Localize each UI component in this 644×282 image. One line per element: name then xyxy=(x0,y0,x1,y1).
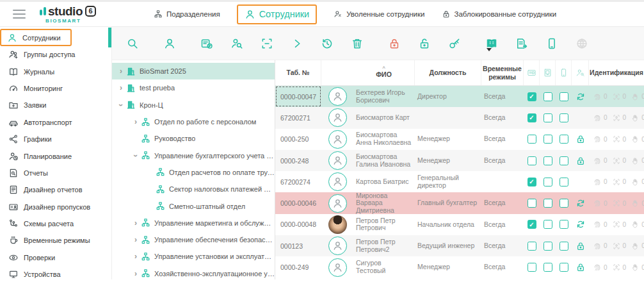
row-checkbox-1[interactable] xyxy=(527,263,536,272)
table-row[interactable]: 0000-249 Сигуров Тестовый Менеджер Всегд… xyxy=(275,256,644,278)
cell-fio[interactable]: Биосмартова Галина Ивановна xyxy=(353,153,415,169)
row-checkbox-2[interactable] xyxy=(543,199,552,208)
cell-time-mode[interactable]: Всегда xyxy=(481,114,524,122)
cell-fio[interactable]: Картова Биатрис xyxy=(353,178,415,186)
sidebar-item-devices[interactable]: Устройства xyxy=(0,266,111,282)
sidebar-item-schedules[interactable]: Графики xyxy=(0,131,111,147)
locked-icon[interactable] xyxy=(572,156,589,166)
row-checkbox-2[interactable] xyxy=(543,263,552,272)
row-checkbox-1[interactable]: ✓ xyxy=(527,178,536,187)
move-next-button[interactable] xyxy=(291,37,303,50)
cell-fio[interactable]: Сигуров Тестовый xyxy=(353,260,415,275)
row-checkbox-3[interactable] xyxy=(559,135,568,144)
row-checkbox-3[interactable] xyxy=(559,92,568,101)
tree-node[interactable]: › Управление бухгалтерского учета и отче… xyxy=(112,147,275,163)
cell-fio[interactable]: Петров Петр Петрович xyxy=(353,217,415,233)
sidebar-item-pass-designer[interactable]: Дизайнер пропусков xyxy=(0,199,111,215)
sidebar-item-report-designer[interactable]: Дизайнер отчетов xyxy=(0,181,111,198)
sync-icon[interactable] xyxy=(572,92,589,102)
cell-tab-number[interactable]: 67200274 xyxy=(275,171,321,192)
assign-card-button[interactable] xyxy=(200,37,213,50)
tab-dismissed-employees[interactable]: Уволенные сотрудники xyxy=(334,10,424,19)
cell-position[interactable]: Менеджер xyxy=(415,135,481,143)
cell-fio[interactable]: Миронова Варвара Дмитриевна xyxy=(353,192,415,215)
locked-icon[interactable] xyxy=(572,134,589,144)
table-row[interactable]: 0000-250 Биосмартова Анна Николаевна Мен… xyxy=(275,129,644,150)
block-button[interactable] xyxy=(388,37,401,50)
add-employee-button[interactable] xyxy=(163,37,176,50)
sidebar-item-vehicles[interactable]: Автотранспорт xyxy=(0,114,111,131)
table-row[interactable]: 67200274 Картова Биатрис Генеральный дир… xyxy=(275,171,644,192)
cell-tab-number[interactable]: 0000-248 xyxy=(275,150,321,171)
tree-node[interactable]: Руководство xyxy=(112,130,275,147)
cell-fio[interactable]: Петров Петр Петрович2 xyxy=(353,238,415,254)
cell-tab-number[interactable]: 0000-249 xyxy=(275,256,321,278)
table-row[interactable]: 0000-00046 Миронова Варвара Дмитриевна Г… xyxy=(275,192,644,213)
sync-icon[interactable] xyxy=(572,198,589,208)
chevron-right-icon[interactable]: › xyxy=(132,252,140,261)
tree-node[interactable]: › Управление установки и эксплуатации об… xyxy=(112,248,275,265)
search-button[interactable] xyxy=(126,37,139,50)
cell-tab-number[interactable]: 000123 xyxy=(275,235,321,256)
cell-position[interactable]: Начальник отдела xyxy=(415,221,481,229)
mobile-app-button[interactable] xyxy=(545,37,558,50)
avatar[interactable] xyxy=(328,258,347,277)
sidebar-item-planning[interactable]: Планирование xyxy=(0,147,111,164)
cell-time-mode[interactable]: Всегда xyxy=(481,135,524,143)
cell-position[interactable]: Менеджер xyxy=(415,157,481,165)
access-rights-button[interactable] xyxy=(448,37,461,50)
table-row[interactable]: 67200271 Биосмартов Карт Всегда ✓ 0 0 0/… xyxy=(275,107,644,128)
export-document-button[interactable] xyxy=(515,37,528,50)
chevron-right-icon[interactable]: › xyxy=(132,235,140,244)
tree-node[interactable]: › test prueba xyxy=(112,79,275,96)
avatar[interactable] xyxy=(328,236,347,255)
sidebar-item-requests[interactable]: Заявки xyxy=(0,97,111,113)
cell-position[interactable]: Директор xyxy=(415,93,481,101)
avatar[interactable] xyxy=(328,130,347,149)
sidebar-item-monitoring[interactable]: Мониторинг xyxy=(0,80,111,97)
cell-tab-number[interactable]: 0000-250 xyxy=(275,129,321,150)
avatar[interactable] xyxy=(328,87,347,106)
row-checkbox-2[interactable] xyxy=(543,242,552,251)
sidebar-item-journals[interactable]: Журналы xyxy=(0,63,111,79)
row-checkbox-2[interactable] xyxy=(543,220,552,229)
row-checkbox-1[interactable]: ✓ xyxy=(527,92,536,101)
tree-node[interactable]: › Управление маркетинга и обслуживания .… xyxy=(112,215,275,231)
column-header-fio[interactable]: ^ФИО xyxy=(353,60,415,85)
locked-icon[interactable] xyxy=(572,241,589,251)
sidebar-item-calc-schemes[interactable]: Схемы расчета xyxy=(0,215,111,232)
cell-tab-number[interactable]: 0000-00046 xyxy=(275,192,321,213)
delete-button[interactable] xyxy=(351,37,364,50)
column-header-id-card-col[interactable] xyxy=(524,60,540,85)
avatar-photo[interactable] xyxy=(328,215,347,234)
row-checkbox-3[interactable] xyxy=(559,156,568,165)
table-row[interactable]: 000123 Петров Петр Петрович2 Ведущий инж… xyxy=(275,235,644,256)
employee-transfer-button[interactable] xyxy=(230,37,243,50)
tree-node[interactable]: Сектор налоговых платежей и расчето... xyxy=(112,181,275,197)
sidebar-item-access-groups[interactable]: Группы доступа xyxy=(0,46,111,63)
table-row[interactable]: 0000-00048 Петров Петр Петрович Начальни… xyxy=(275,214,644,235)
tree-node[interactable]: › Крон-Ц xyxy=(112,97,275,113)
column-header-person-key-col[interactable] xyxy=(572,60,589,85)
row-checkbox-1[interactable] xyxy=(527,199,536,208)
avatar[interactable] xyxy=(328,151,347,170)
locked-icon[interactable] xyxy=(572,262,589,272)
avatar[interactable] xyxy=(328,194,347,213)
history-button[interactable] xyxy=(321,37,334,50)
chevron-right-icon[interactable]: › xyxy=(132,219,140,228)
column-header-time-modes[interactable]: Временные режимы xyxy=(481,60,524,85)
row-checkbox-2[interactable] xyxy=(543,156,552,165)
cell-fio[interactable]: Бехтерев Игорь Борисович xyxy=(353,89,415,104)
sidebar-item-employees[interactable]: Сотрудники xyxy=(0,29,72,46)
tree-node[interactable]: › Отдел по работе с персоналом xyxy=(112,113,275,130)
cell-position[interactable]: Менеджер xyxy=(415,263,481,271)
row-checkbox-3[interactable] xyxy=(559,113,568,122)
chevron-right-icon[interactable]: › xyxy=(132,269,140,278)
column-header-identification[interactable]: Идентификация xyxy=(589,60,644,85)
row-checkbox-3[interactable] xyxy=(559,263,568,272)
row-checkbox-3[interactable] xyxy=(559,178,568,187)
tree-node[interactable]: Сметно-штатный отдел xyxy=(112,197,275,214)
row-checkbox-3[interactable] xyxy=(559,242,568,251)
scan-button[interactable] xyxy=(261,37,273,50)
cell-position[interactable]: Ведущий инженер xyxy=(415,242,481,250)
